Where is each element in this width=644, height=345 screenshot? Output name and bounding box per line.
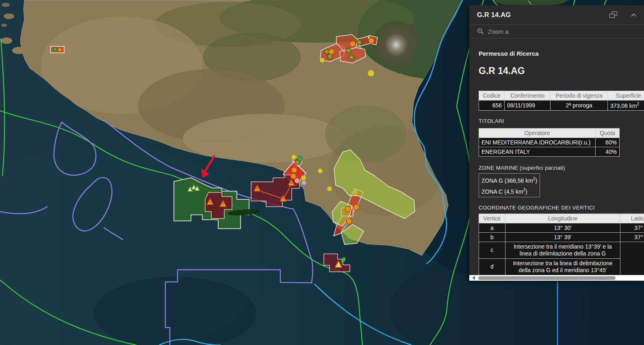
col-header: Operatore	[479, 128, 596, 138]
horizontal-scrollbar[interactable]	[469, 275, 644, 281]
collapse-button[interactable]	[630, 12, 637, 18]
titolari-label: TITOLARI	[479, 118, 644, 124]
quota-value: 60%	[596, 138, 620, 147]
latitudine: 37° 03'	[620, 232, 644, 242]
operatore-value: ENI MEDITERRANEA IDROCARBURI(r.u.)	[479, 138, 596, 147]
magnifier-plus-icon	[477, 28, 484, 36]
app-window: G.R 14.AG	[0, 0, 644, 345]
table-row: a 13° 30' 37° 03'	[479, 223, 644, 232]
dock-windows-icon	[609, 13, 617, 20]
etna-volcano	[373, 21, 420, 68]
chevron-up-icon	[631, 12, 636, 18]
periodo-value: 2ª proroga	[551, 100, 608, 111]
conferimento-value: 08/11/1999	[505, 100, 551, 111]
longitudine: 13° 39'	[505, 232, 620, 242]
col-header: Periodo di vigenza	[551, 91, 608, 100]
table-row: c Intersezione tra il meridiano 13°39' e…	[479, 242, 644, 258]
col-header: Latitudine	[620, 214, 644, 223]
popup-title: G.R 14.AG	[477, 11, 597, 19]
popup-content: Permesso di Ricerca G.R 14.AG Codice Con…	[469, 39, 644, 275]
permit-table: Codice Conferimento Periodo di vigenza S…	[479, 91, 644, 111]
quota-value: 40%	[596, 147, 620, 156]
zoom-to-link[interactable]: Zoom a	[469, 25, 644, 39]
popup-panel: G.R 14.AG	[469, 5, 644, 281]
titolari-table: Operatore Quota ENI MEDITERRANEA IDROCAR…	[479, 128, 620, 157]
popup-header: G.R 14.AG	[469, 5, 644, 25]
longitudine: Intersezione tra la linea di delimitazio…	[505, 258, 620, 275]
longitudine: Intersezione tra il meridiano 13°39' e l…	[505, 242, 620, 258]
dock-button[interactable]	[608, 10, 618, 20]
scrollbar-thumb[interactable]	[478, 276, 616, 280]
layer-subtitle: Permesso di Ricerca	[479, 50, 644, 57]
zoom-to-label: Zoom a	[488, 28, 509, 35]
operatore-value: ENERGEAN ITALY	[479, 147, 596, 156]
vertice: b	[479, 232, 505, 242]
col-header: Quota	[596, 128, 620, 138]
longitudine: 13° 30'	[505, 223, 620, 232]
coordinate-table: Vertice Longitudine Latitudine a 13° 30'…	[479, 214, 644, 275]
zona-g-line: ZONA G (368,58 km2)	[481, 174, 537, 186]
northeast-coast-strip	[493, 0, 568, 5]
superficie-value: 373,08 km2	[608, 100, 644, 111]
zone-marine-label: ZONE MARINE (superfici parziali)	[479, 165, 644, 171]
latitudine: 37° 03'	[620, 223, 644, 232]
zone-marine-box: ZONA G (368,58 km2) ZONA C (4,5 km2)	[479, 173, 540, 197]
vertice: c	[479, 242, 505, 258]
col-header: Superficie	[608, 91, 644, 100]
col-header: Longitudine	[505, 214, 620, 223]
table-row: ENI MEDITERRANEA IDROCARBURI(r.u.) 60%	[479, 138, 620, 147]
table-row: 656 08/11/1999 2ª proroga 373,08 km2	[479, 100, 644, 111]
zona-c-line: ZONA C (4,5 km2)	[481, 185, 537, 197]
coordinate-label: COORDINATE GEOGRAFICHE DEI VERTICI	[479, 205, 644, 211]
col-header: Conferimento	[505, 91, 551, 100]
col-header: Codice	[479, 91, 505, 100]
table-row: b 13° 39' 37° 03'	[479, 232, 644, 242]
table-row: d Intersezione tra la linea di delimitaz…	[479, 258, 644, 275]
col-header: Vertice	[479, 214, 505, 223]
codice-value: 656	[479, 100, 505, 111]
latitudine	[620, 242, 644, 275]
permit-name: G.R 14.AG	[479, 66, 644, 76]
vertice: a	[479, 223, 505, 232]
vertice: d	[479, 258, 505, 275]
table-row: ENERGEAN ITALY 40%	[479, 147, 620, 156]
scroll-left-arrow-icon[interactable]	[472, 276, 475, 280]
